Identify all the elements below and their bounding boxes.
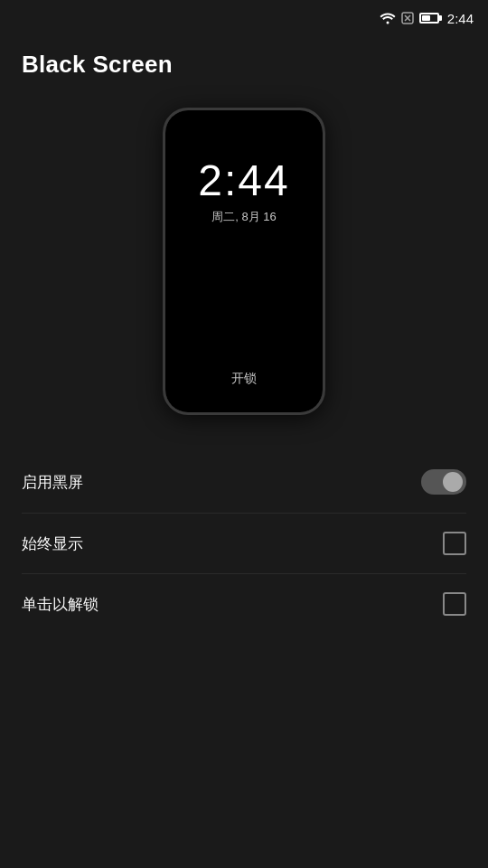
setting-item-tap-to-unlock: 单击以解锁 [22, 574, 466, 634]
tap-to-unlock-checkbox[interactable] [443, 592, 466, 616]
status-icons: 2:44 [380, 11, 474, 26]
phone-screen: 2:44 周二, 8月 16 开锁 [165, 110, 323, 412]
status-time: 2:44 [447, 11, 474, 26]
enable-black-screen-toggle[interactable] [421, 469, 466, 495]
battery-icon [419, 13, 439, 24]
always-show-checkbox[interactable] [443, 532, 466, 555]
settings-section: 启用黑屏 始终显示 单击以解锁 [0, 451, 488, 634]
setting-label-always-show: 始终显示 [22, 533, 83, 554]
phone-top-info: 2:44 周二, 8月 16 [198, 156, 289, 225]
setting-label-tap-to-unlock: 单击以解锁 [22, 594, 99, 615]
setting-item-always-show: 始终显示 [22, 514, 466, 574]
page-title: Black Screen [0, 36, 488, 86]
phone-preview: 2:44 周二, 8月 16 开锁 [0, 108, 488, 415]
phone-mockup: 2:44 周二, 8月 16 开锁 [163, 108, 325, 415]
status-bar: 2:44 [0, 0, 488, 36]
wifi-icon [380, 12, 396, 24]
phone-date: 周二, 8月 16 [211, 209, 277, 225]
phone-unlock-label: 开锁 [231, 371, 257, 387]
phone-clock: 2:44 [198, 156, 289, 205]
no-sim-icon [400, 12, 415, 24]
setting-label-enable-black-screen: 启用黑屏 [22, 472, 83, 493]
setting-item-enable-black-screen: 启用黑屏 [22, 451, 466, 514]
toggle-knob [443, 472, 463, 492]
